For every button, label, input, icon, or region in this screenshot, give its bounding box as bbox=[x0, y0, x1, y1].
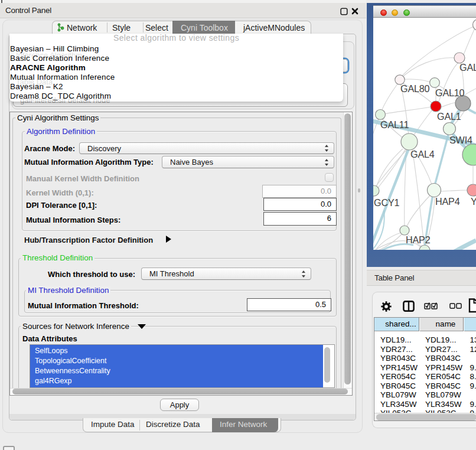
svg-text:GAL11: GAL11 bbox=[380, 119, 409, 130]
svg-text:GAL4: GAL4 bbox=[410, 149, 435, 159]
svg-text:Y: Y bbox=[471, 196, 476, 207]
svg-text:HAP4: HAP4 bbox=[435, 196, 460, 207]
svg-text:HAP2: HAP2 bbox=[406, 234, 431, 245]
svg-text:GAL10: GAL10 bbox=[435, 87, 465, 98]
svg-text:GAL7: GAL7 bbox=[459, 62, 476, 73]
svg-text:GAL80: GAL80 bbox=[400, 83, 430, 94]
svg-text:GCY1: GCY1 bbox=[374, 197, 399, 208]
svg-text:SWI4: SWI4 bbox=[449, 135, 472, 145]
svg-text:GAL1: GAL1 bbox=[437, 111, 461, 122]
